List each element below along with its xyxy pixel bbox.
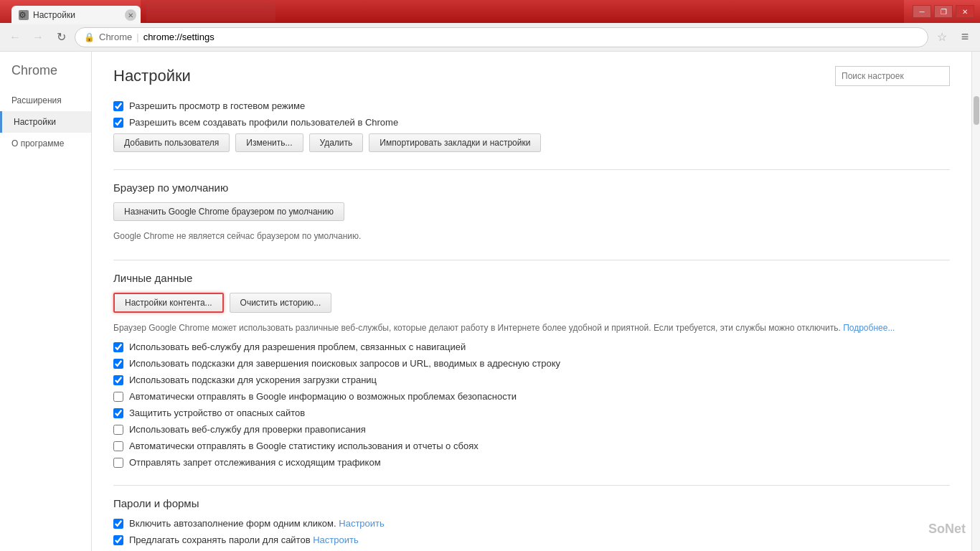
autocomplete-checkbox[interactable] (113, 359, 123, 369)
url-input[interactable] (143, 32, 919, 42)
sidebar-item-extensions[interactable]: Расширения (0, 90, 91, 111)
default-browser-title: Браузер по умолчанию (113, 182, 950, 194)
spell-check-checkbox[interactable] (113, 425, 123, 435)
tab-title: Настройки (33, 10, 75, 20)
clear-history-button[interactable]: Очистить историю... (230, 293, 332, 313)
url-prefix: Chrome (99, 32, 132, 42)
page-load-hints-row: Использовать подсказки для ускорения заг… (113, 375, 950, 385)
create-profiles-checkbox[interactable] (113, 118, 123, 128)
secure-icon: 🔒 (84, 32, 95, 42)
usage-stats-label: Автоматически отправлять в Google статис… (129, 441, 479, 451)
page-load-hints-checkbox[interactable] (113, 375, 123, 385)
personal-data-section: Личные данные Настройки контента... Очис… (113, 272, 950, 468)
main-panel: Настройки Разрешить просмотр в гостевом … (92, 52, 971, 551)
dnt-row: Отправлять запрет отслеживания с исходящ… (113, 457, 950, 468)
edit-user-button[interactable]: Изменить... (235, 133, 303, 152)
usage-stats-checkbox[interactable] (113, 441, 123, 451)
safe-browsing-label: Защитить устройство от опасных сайтов (129, 408, 305, 418)
nav-service-label: Использовать веб-службу для разрешения п… (129, 342, 466, 352)
security-report-row: Автоматически отправлять в Google информ… (113, 391, 950, 402)
user-buttons-row: Добавить пользователя Изменить... Удалит… (113, 133, 950, 152)
sidebar: Chrome Расширения Настройки О программе (0, 52, 92, 551)
autofill-checkbox[interactable] (113, 519, 123, 529)
users-section: Разрешить просмотр в гостевом режиме Раз… (113, 100, 950, 152)
autocomplete-label: Использовать подсказки для завершения по… (129, 358, 560, 369)
passwords-title: Пароли и формы (113, 497, 950, 509)
guest-mode-label: Разрешить просмотр в гостевом режиме (129, 100, 305, 111)
security-report-label: Автоматически отправлять в Google информ… (129, 391, 517, 402)
close-button[interactable]: ✕ (956, 5, 974, 18)
content-settings-button[interactable]: Настройки контента... (113, 293, 224, 313)
save-passwords-checkbox[interactable] (113, 535, 123, 545)
window-controls: ─ ❐ ✕ (913, 5, 974, 18)
search-input[interactable] (835, 66, 950, 86)
scrollbar-thumb[interactable] (974, 96, 979, 125)
bookmark-button[interactable]: ☆ (933, 28, 951, 47)
scrollbar[interactable] (971, 52, 980, 551)
default-browser-desc: Google Chrome не является сейчас браузер… (113, 230, 950, 242)
passwords-section: Пароли и формы Включить автозаполнение ф… (113, 497, 950, 545)
delete-user-button[interactable]: Удалить (309, 133, 364, 152)
active-tab[interactable]: ⚙ Настройки ✕ (11, 6, 141, 24)
guest-mode-row: Разрешить просмотр в гостевом режиме (113, 100, 950, 111)
divider-3 (113, 485, 950, 486)
personal-data-title: Личные данные (113, 272, 950, 284)
more-info-link[interactable]: Подробнее... (843, 323, 895, 333)
spell-check-label: Использовать веб-службу для проверки пра… (129, 424, 366, 435)
import-bookmarks-button[interactable]: Импортировать закладки и настройки (369, 133, 541, 152)
personal-data-desc: Браузер Google Chrome может использовать… (113, 321, 950, 334)
spell-check-row: Использовать веб-службу для проверки пра… (113, 424, 950, 435)
sidebar-logo: Chrome (0, 63, 91, 90)
dnt-label: Отправлять запрет отслеживания с исходящ… (129, 457, 381, 468)
set-default-browser-button[interactable]: Назначить Google Chrome браузером по умо… (113, 202, 344, 221)
create-profiles-row: Разрешить всем создавать профили пользов… (113, 117, 950, 128)
address-bar[interactable]: 🔒 Chrome | (75, 27, 928, 47)
sidebar-item-about[interactable]: О программе (0, 133, 91, 154)
usage-stats-row: Автоматически отправлять в Google статис… (113, 441, 950, 451)
forward-button[interactable]: → (29, 28, 47, 47)
refresh-button[interactable]: ↻ (52, 28, 70, 47)
menu-button[interactable]: ≡ (956, 28, 974, 47)
safe-browsing-row: Защитить устройство от опасных сайтов (113, 408, 950, 418)
autofill-configure-link[interactable]: Настроить (339, 518, 385, 529)
nav-service-row: Использовать веб-службу для разрешения п… (113, 342, 950, 352)
passwords-configure-link[interactable]: Настроить (313, 534, 359, 545)
divider-2 (113, 260, 950, 260)
restore-button[interactable]: ❐ (934, 5, 953, 18)
nav-service-checkbox[interactable] (113, 342, 123, 352)
minimize-button[interactable]: ─ (913, 5, 931, 18)
autocomplete-row: Использовать подсказки для завершения по… (113, 358, 950, 369)
safe-browsing-checkbox[interactable] (113, 408, 123, 418)
default-browser-section: Браузер по умолчанию Назначить Google Ch… (113, 182, 950, 242)
page-load-hints-label: Использовать подсказки для ускорения заг… (129, 375, 377, 385)
autofill-row: Включить автозаполнение форм одним клико… (113, 518, 950, 529)
sidebar-item-settings[interactable]: Настройки (0, 111, 91, 133)
save-passwords-label: Предлагать сохранять пароли для сайтов Н… (129, 534, 359, 545)
security-report-checkbox[interactable] (113, 392, 123, 402)
settings-header: Настройки (113, 66, 950, 86)
save-passwords-row: Предлагать сохранять пароли для сайтов Н… (113, 534, 950, 545)
guest-mode-checkbox[interactable] (113, 101, 123, 111)
add-user-button[interactable]: Добавить пользователя (113, 133, 230, 152)
navigation-bar: ← → ↻ 🔒 Chrome | ☆ ≡ (0, 23, 980, 52)
tab-favicon: ⚙ (19, 10, 29, 20)
tab-close-button[interactable]: ✕ (125, 9, 136, 21)
autofill-label: Включить автозаполнение форм одним клико… (129, 518, 385, 529)
create-profiles-label: Разрешить всем создавать профили пользов… (129, 117, 398, 128)
back-button[interactable]: ← (6, 28, 24, 47)
page-title: Настройки (113, 67, 191, 85)
dnt-checkbox[interactable] (113, 458, 123, 468)
divider-1 (113, 169, 950, 170)
